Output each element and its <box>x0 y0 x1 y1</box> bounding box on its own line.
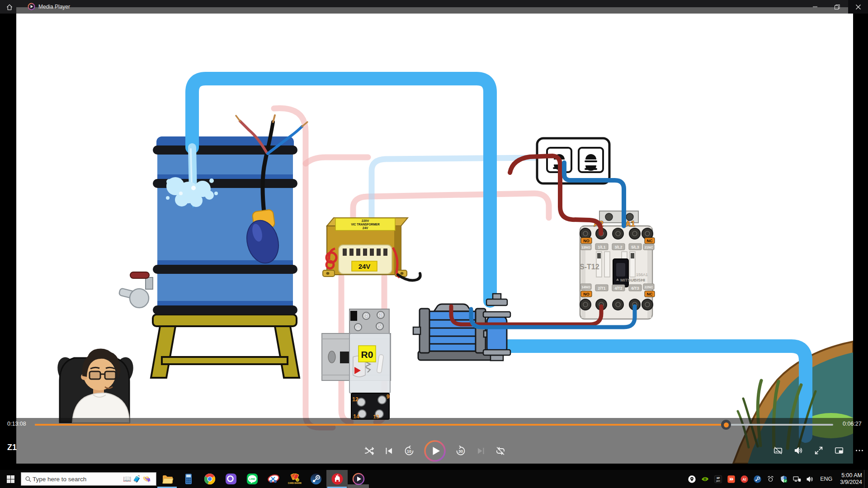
repeat-off-button[interactable] <box>495 446 506 456</box>
subtitles-off-button[interactable] <box>773 446 783 455</box>
tray-screen-capture-icon[interactable] <box>766 474 775 483</box>
taskbar-app-calculator[interactable] <box>178 470 199 488</box>
skip-forward-30-icon: 30 <box>455 445 466 457</box>
mini-player-button[interactable] <box>834 446 844 455</box>
play-icon <box>424 440 446 462</box>
seek-bar-fill <box>35 424 726 426</box>
svg-text:VIC TRANSFORMER: VIC TRANSFORMER <box>351 223 380 226</box>
taskbar-app-camera[interactable] <box>220 470 241 488</box>
tray-windows-security-icon[interactable] <box>779 474 788 483</box>
media-player-taskbar-icon <box>352 472 365 486</box>
taskbar-search[interactable]: 📖🧳👒 <box>21 472 156 486</box>
screen: Media Player <box>0 0 868 488</box>
svg-text:NO: NO <box>583 292 590 296</box>
next-button-disabled[interactable] <box>475 446 486 456</box>
tray-red-diamond-icon[interactable] <box>726 474 736 483</box>
taskbar-app-chrome[interactable] <box>199 470 220 488</box>
tray-xp-pen-icon[interactable]: XP pen <box>713 474 722 483</box>
card-game-icon: CARD-SHARK <box>288 472 302 486</box>
restore-button[interactable] <box>827 0 847 14</box>
minimize-button[interactable] <box>805 0 825 14</box>
shuffle-off-button[interactable] <box>364 446 375 456</box>
taskbar-app-video-cutter[interactable] <box>263 470 284 488</box>
svg-text:220V: 220V <box>362 219 369 222</box>
previous-icon <box>384 446 395 456</box>
previous-button[interactable] <box>384 446 395 456</box>
search-highlight-emojis[interactable]: 📖🧳👒 <box>123 475 152 483</box>
taskbar: 📖🧳👒 <box>0 470 868 488</box>
svg-text:NC: NC <box>647 239 653 243</box>
svg-text:NC: NC <box>647 292 653 296</box>
tray-nvidia-icon[interactable] <box>700 474 709 483</box>
svg-text:4: 4 <box>365 313 368 319</box>
clock-date: 3/9/2024 <box>840 479 862 486</box>
taskbar-app-media-player[interactable] <box>348 470 369 488</box>
taskbar-app-llama[interactable] <box>326 470 348 488</box>
search-input[interactable] <box>32 475 123 483</box>
mini-player-icon <box>834 446 844 455</box>
svg-text:4/T2: 4/T2 <box>614 286 622 291</box>
remaining-time: 0:06:27 <box>843 421 862 427</box>
taskbar-app-line[interactable]: LINE <box>241 470 263 488</box>
language-indicator[interactable]: ENG <box>820 476 832 482</box>
taskbar-app-card-game[interactable]: CARD-SHARK <box>284 470 305 488</box>
taskbar-clock[interactable]: 5:00 AM 3/9/2024 <box>840 472 862 486</box>
player-controls-overlay: 10 30 <box>16 418 853 464</box>
control-wires-deenergized <box>274 108 551 427</box>
svg-text:5: 5 <box>378 324 381 329</box>
shuffle-off-icon <box>364 446 375 456</box>
fullscreen-button[interactable] <box>814 446 824 455</box>
seek-handle[interactable] <box>721 420 731 430</box>
tray-location-icon[interactable] <box>687 474 696 483</box>
media-title: Z1 <box>7 443 17 452</box>
stool <box>151 314 299 378</box>
line-icon: LINE <box>246 473 259 485</box>
close-button[interactable] <box>848 0 868 14</box>
svg-text:24V: 24V <box>363 226 368 230</box>
system-tray: XP pen A! <box>687 470 862 488</box>
skip-back-10-button[interactable]: 10 <box>404 446 415 456</box>
app-title: Media Player <box>38 4 70 10</box>
tap-handle <box>130 272 149 278</box>
svg-text:9: 9 <box>387 394 390 400</box>
svg-text:22NC: 22NC <box>644 285 653 289</box>
svg-text:12: 12 <box>352 396 359 403</box>
svg-text:6/T3: 6/T3 <box>631 286 639 291</box>
steam-icon <box>310 473 322 485</box>
windows-logo-icon <box>7 475 14 483</box>
avatar-glasses <box>90 371 100 379</box>
titlebar-lower-strip <box>16 7 853 14</box>
svg-text:R0: R0 <box>361 349 373 360</box>
elapsed-time: 0:13:08 <box>7 421 26 427</box>
video-canvas[interactable]: 220V VIC TRANSFORMER 24V 24V <box>16 14 853 464</box>
water-tap <box>119 272 153 308</box>
minimize-icon <box>812 4 818 9</box>
seek-bar[interactable] <box>35 424 833 426</box>
subtitles-off-icon <box>773 446 783 455</box>
svg-text:21NC: 21NC <box>644 245 653 249</box>
more-options-button[interactable] <box>854 446 864 455</box>
volume-button[interactable] <box>793 446 803 455</box>
taskbar-app-steam[interactable] <box>305 470 326 488</box>
tray-volume-icon[interactable] <box>805 474 814 483</box>
presenter-avatar <box>55 349 136 422</box>
svg-text:10: 10 <box>406 449 411 454</box>
tray-network-icon[interactable] <box>792 474 801 483</box>
svg-text:30: 30 <box>458 449 462 454</box>
home-icon <box>5 3 14 11</box>
wiring-diagram-scene: 220V VIC TRANSFORMER 24V 24V <box>16 14 853 464</box>
home-button[interactable] <box>4 2 15 13</box>
tray-a-exclaim-icon[interactable]: A! <box>740 474 749 483</box>
clock-time: 5:00 AM <box>840 472 862 479</box>
svg-text:24V: 24V <box>359 263 371 270</box>
svg-text:2/T1: 2/T1 <box>598 286 605 291</box>
svg-text:14NO: 14NO <box>581 285 590 289</box>
show-desktop-button[interactable] <box>864 470 868 488</box>
skip-forward-30-button[interactable]: 30 <box>455 446 466 456</box>
tray-steam-icon[interactable] <box>753 474 762 483</box>
play-button[interactable] <box>424 440 446 462</box>
taskbar-app-file-explorer[interactable] <box>156 470 178 488</box>
repeat-off-icon <box>495 446 506 456</box>
file-explorer-icon <box>161 473 174 485</box>
start-button[interactable] <box>0 470 21 488</box>
